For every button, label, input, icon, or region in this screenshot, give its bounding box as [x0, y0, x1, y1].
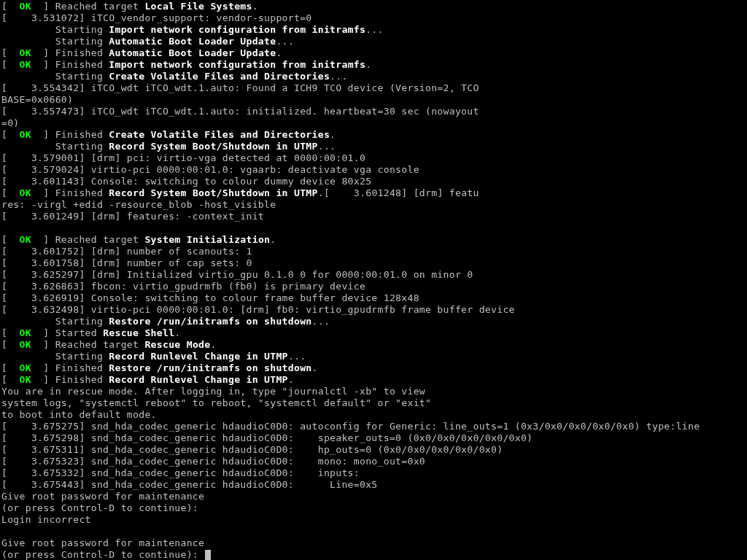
- unit-name: Record Runlevel Change in UTMP: [109, 351, 288, 362]
- console-line: [ 3.601249] [drm] features: -context_ini…: [1, 211, 747, 222]
- log-text: [ 3.601752] [drm] number of scanouts: 1: [1, 246, 252, 257]
- console-line: Starting Automatic Boot Loader Update...: [1, 36, 747, 47]
- log-text: [: [1, 234, 7, 245]
- log-text: [ 3.625297] [drm] Initialized virtio_gpu…: [1, 269, 473, 280]
- console-line: system logs, "systemctl reboot" to reboo…: [1, 397, 747, 409]
- console-line: [ OK ] Started Rescue Shell.: [1, 327, 747, 339]
- status-ok: OK: [7, 47, 43, 58]
- log-text: ] Finished: [43, 374, 109, 385]
- log-text: ] Reached target: [43, 1, 144, 12]
- log-text: [ 3.531072] iTCO_vendor_support: vendor-…: [1, 12, 312, 23]
- log-text: [ 3.557473] iTCO_wdt iTCO_wdt.1.auto: in…: [1, 106, 479, 117]
- unit-name: Create Volatile Files and Directories: [109, 129, 330, 140]
- log-text: [ 3.601758] [drm] number of cap sets: 0: [1, 257, 252, 268]
- status-ok: OK: [7, 187, 43, 198]
- log-text: [ 3.626863] fbcon: virtio_gpudrmfb (fb0)…: [1, 281, 365, 292]
- status-ok: OK: [7, 129, 43, 140]
- console-line: [ 3.557473] iTCO_wdt iTCO_wdt.1.auto: in…: [1, 106, 747, 117]
- console-line: [ OK ] Reached target System Initializat…: [1, 234, 747, 246]
- log-text: ] Started: [43, 327, 103, 338]
- console-line: [ 3.601752] [drm] number of scanouts: 1: [1, 246, 747, 257]
- console-line: BASE=0x0660): [1, 94, 747, 106]
- console-line: [ 3.626863] fbcon: virtio_gpudrmfb (fb0)…: [1, 281, 747, 292]
- console-line: [ 3.626919] Console: switching to colour…: [1, 292, 747, 304]
- unit-name: Rescue Shell: [103, 327, 174, 338]
- log-text: [ 3.579001] [drm] pci: virtio-vga detect…: [1, 152, 365, 163]
- console-line: [ 3.675443] snd_hda_codec_generic hdaudi…: [1, 479, 747, 491]
- log-text: Starting: [1, 141, 109, 152]
- log-text: [ 3.601249] [drm] features: -context_ini…: [1, 211, 264, 222]
- log-text: =0): [1, 117, 20, 128]
- log-text: ] Finished: [43, 59, 109, 70]
- console-line: res: -virgl +edid -resource_blob -host_v…: [1, 199, 747, 211]
- log-text: ] Finished: [43, 47, 109, 58]
- log-text: [: [1, 374, 7, 385]
- unit-name: Record Runlevel Change in UTMP: [109, 374, 288, 385]
- unit-name: Rescue Mode: [144, 339, 210, 350]
- unit-name: System Initialization: [144, 234, 270, 245]
- log-text: Starting: [1, 36, 109, 47]
- log-text: .: [210, 339, 216, 350]
- console-line: [ 3.601143] Console: switching to colour…: [1, 176, 747, 187]
- log-text: [: [1, 339, 7, 350]
- console-line: [ 3.531072] iTCO_vendor_support: vendor-…: [1, 12, 747, 24]
- console-line: Starting Restore /run/initramfs on shutd…: [1, 316, 747, 327]
- log-text: ] Finished: [43, 362, 109, 373]
- console-line: to boot into default mode.: [1, 409, 747, 421]
- console-line: Give root password for maintenance: [1, 537, 747, 549]
- log-text: [ 3.554342] iTCO_wdt iTCO_wdt.1.auto: Fo…: [1, 82, 479, 93]
- log-text: [: [1, 1, 7, 12]
- status-ok: OK: [7, 339, 43, 350]
- log-text: Starting: [1, 316, 109, 327]
- log-text: [ 3.675311] snd_hda_codec_generic hdaudi…: [1, 444, 503, 455]
- log-text: (or press Control-D to continue):: [1, 549, 204, 560]
- log-text: BASE=0x0660): [1, 94, 73, 105]
- console-line: [ 3.675275] snd_hda_codec_generic hdaudi…: [1, 421, 747, 432]
- text-cursor[interactable]: [205, 550, 211, 560]
- log-text: .[ 3.601248] [drm] featu: [318, 187, 479, 198]
- log-text: [ 3.675323] snd_hda_codec_generic hdaudi…: [1, 456, 425, 467]
- log-text: ] Finished: [43, 129, 109, 140]
- log-text: Give root password for maintenance: [1, 537, 204, 548]
- unit-name: Create Volatile Files and Directories: [109, 71, 330, 82]
- console-line: Give root password for maintenance: [1, 491, 747, 502]
- status-ok: OK: [7, 362, 43, 373]
- console-line: [ 3.675323] snd_hda_codec_generic hdaudi…: [1, 456, 747, 467]
- log-text: (or press Control-D to continue):: [1, 502, 204, 513]
- unit-name: Restore /run/initramfs on shutdown: [109, 316, 311, 327]
- log-text: [ 3.632498] virtio-pci 0000:00:01.0: [dr…: [1, 304, 515, 315]
- log-text: Starting: [1, 24, 109, 35]
- boot-console[interactable]: [ OK ] Reached target Local File Systems…: [0, 0, 747, 560]
- console-line: [ OK ] Finished Create Volatile Files an…: [1, 129, 747, 141]
- log-text: .: [330, 129, 336, 140]
- console-line: [ 3.632498] virtio-pci 0000:00:01.0: [dr…: [1, 304, 747, 316]
- console-line: [ OK ] Finished Import network configura…: [1, 59, 747, 71]
- log-text: Starting: [1, 351, 109, 362]
- log-text: ...: [312, 316, 330, 327]
- console-line: [ OK ] Reached target Local File Systems…: [1, 1, 747, 12]
- log-text: ...: [276, 36, 294, 47]
- log-text: ...: [330, 71, 348, 82]
- log-text: [: [1, 59, 7, 70]
- console-line: Login incorrect: [1, 514, 747, 526]
- log-text: ...: [365, 24, 384, 35]
- unit-name: Local File Systems: [144, 1, 252, 12]
- log-text: [ 3.579024] virtio-pci 0000:00:01.0: vga…: [1, 164, 419, 175]
- console-line: [ 3.601758] [drm] number of cap sets: 0: [1, 257, 747, 269]
- log-text: [ 3.626919] Console: switching to colour…: [1, 292, 419, 303]
- status-ok: OK: [7, 1, 43, 12]
- unit-name: Record System Boot/Shutdown in UTMP: [109, 187, 317, 198]
- log-text: [ 3.675275] snd_hda_codec_generic hdaudi…: [1, 421, 700, 432]
- status-ok: OK: [7, 374, 43, 385]
- log-text: .: [276, 47, 282, 58]
- log-text: [ 3.675332] snd_hda_codec_generic hdaudi…: [1, 467, 360, 478]
- unit-name: Automatic Boot Loader Update: [109, 36, 276, 47]
- log-text: [: [1, 327, 7, 338]
- console-line: [1, 222, 747, 234]
- console-line: [ OK ] Finished Automatic Boot Loader Up…: [1, 47, 747, 59]
- log-text: [: [1, 362, 7, 373]
- console-line: [ 3.625297] [drm] Initialized virtio_gpu…: [1, 269, 747, 281]
- log-text: .: [174, 327, 180, 338]
- log-text: [1, 222, 7, 233]
- console-line: [ OK ] Reached target Rescue Mode.: [1, 339, 747, 351]
